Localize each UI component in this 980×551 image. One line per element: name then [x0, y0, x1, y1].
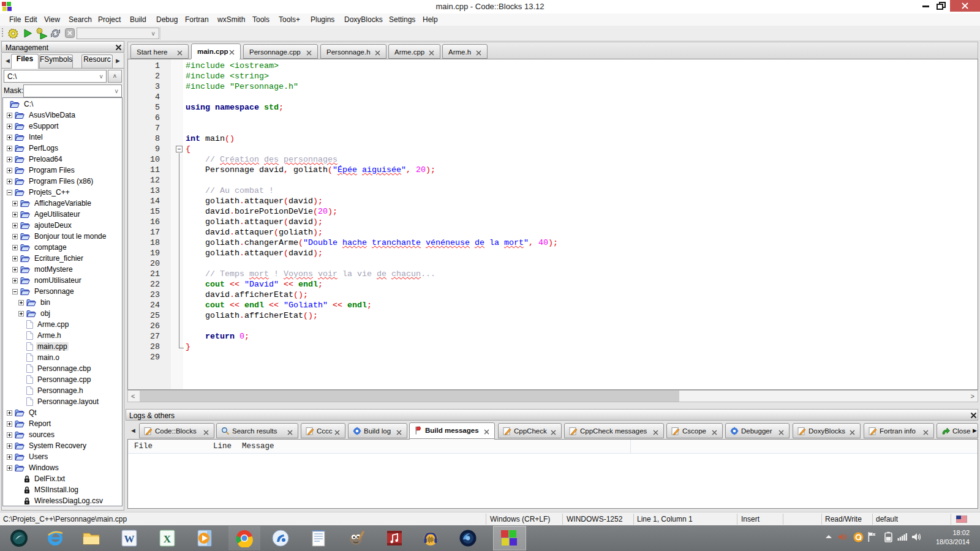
svg-text:X: X: [164, 533, 172, 545]
svg-text:W: W: [124, 533, 135, 545]
